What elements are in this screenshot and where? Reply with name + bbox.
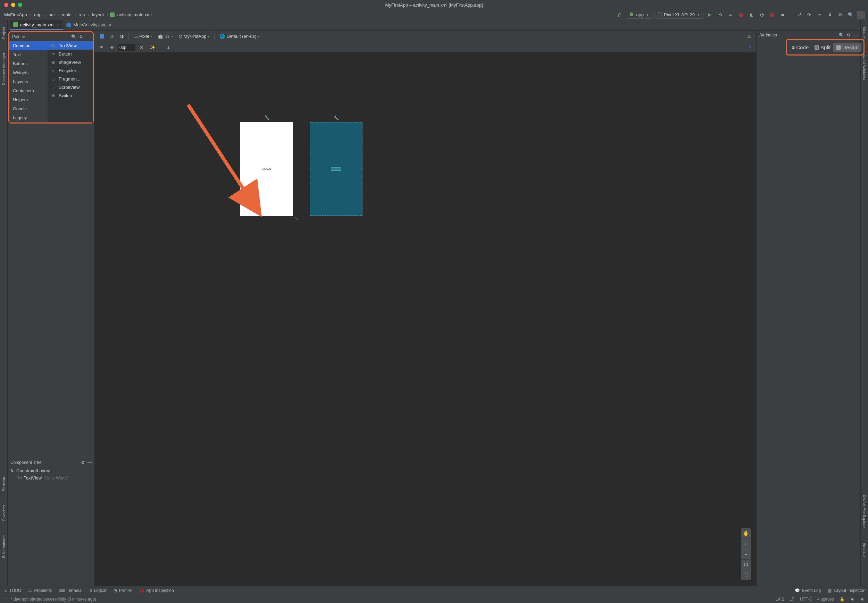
minimize-icon[interactable]: — — [86, 34, 90, 39]
preview-textview[interactable]: Hello World! — [262, 168, 271, 170]
run-config-select[interactable]: app ▼ — [626, 11, 653, 19]
zoom-in-button[interactable]: + — [741, 538, 751, 549]
layout-inspector-tab[interactable]: ▦ Layout Inspector — [828, 588, 865, 593]
crumb-src[interactable]: src — [47, 11, 56, 18]
indent[interactable]: 4 spaces — [817, 597, 834, 601]
palette-cat-common[interactable]: Common — [9, 41, 48, 50]
crumb-layout[interactable]: layout — [91, 11, 105, 18]
resource-manager-rail-tab[interactable]: Resource Manager — [2, 53, 6, 85]
account-icon[interactable] — [857, 11, 865, 19]
blueprint-preview[interactable]: 🔧 — [310, 122, 363, 216]
view-code-button[interactable]: ≡ Code — [789, 43, 811, 52]
zoom-fit-button[interactable]: ⛶ — [741, 570, 751, 580]
wrench-icon[interactable]: 🔧 — [264, 115, 270, 120]
palette-item-textview[interactable]: AbTextView — [48, 41, 93, 49]
warnings-icon[interactable]: ⚠ — [745, 32, 753, 40]
layout-validation-rail-tab[interactable]: Layout Validation — [862, 53, 866, 82]
git-button[interactable]: ⎇ — [794, 11, 803, 19]
event-log-tab[interactable]: 💬 Event Log — [795, 588, 821, 593]
search-everywhere-button[interactable]: 🔍 — [846, 11, 855, 19]
coverage-button[interactable]: ◐ — [747, 11, 755, 19]
crumb-project[interactable]: MyFirstApp — [3, 11, 28, 18]
clear-constraints-button[interactable]: ✕ — [138, 43, 146, 51]
autoconnect-button[interactable]: ⊗ — [108, 43, 116, 51]
problems-tab[interactable]: ⚠ Problems — [28, 588, 52, 593]
api-select[interactable]: 🤖 31 ▾ — [155, 32, 175, 40]
search-icon[interactable]: 🔍 — [839, 32, 844, 37]
logcat-tab[interactable]: ≡ Logcat — [90, 588, 107, 593]
attach-debugger-button[interactable]: 🐞 — [768, 11, 777, 19]
build-button[interactable] — [615, 11, 624, 19]
palette-item-button[interactable]: ▭Button — [48, 49, 93, 58]
profiler-tab[interactable]: ◔ Profiler — [113, 588, 132, 593]
device-select[interactable]: Pixel XL API 29 ▼ — [654, 11, 704, 19]
palette-item-imageview[interactable]: ▣ImageView — [48, 58, 93, 66]
terminal-tab[interactable]: ⌨ Terminal — [59, 588, 82, 593]
sdk-button[interactable]: ⬇ — [826, 11, 834, 19]
caret-position[interactable]: 14:2 — [776, 597, 784, 601]
project-rail-tab[interactable]: Project — [2, 27, 6, 39]
debug-button[interactable]: 🐞 — [737, 11, 745, 19]
tree-root[interactable]: ↳ ConstraintLayout — [8, 467, 95, 474]
emulator-rail-tab[interactable]: Emulator — [862, 543, 866, 558]
blueprint-textview[interactable] — [331, 167, 341, 171]
palette-cat-containers[interactable]: Containers — [9, 87, 48, 96]
orientation-button[interactable]: ⟳ — [108, 32, 116, 40]
help-icon[interactable]: ? — [747, 43, 753, 51]
theme-select[interactable]: ◎ MyFirstApp ▾ — [177, 32, 212, 40]
crumb-main[interactable]: main — [60, 11, 73, 18]
app-inspection-tab[interactable]: 🐞 App Inspection — [139, 588, 174, 593]
profile-button[interactable]: ◔ — [758, 11, 766, 19]
resize-handle-icon[interactable]: ⤡ — [294, 216, 299, 221]
palette-item-recyclerview[interactable]: ≡Recycler... — [48, 66, 93, 74]
favorites-rail-tab[interactable]: Favorites — [2, 505, 6, 521]
pan-button[interactable]: ✋ — [741, 528, 751, 538]
memory-indicator[interactable]: ☻ — [850, 597, 855, 601]
infer-constraints-button[interactable]: ✨ — [147, 43, 157, 51]
crumb-res[interactable]: res — [77, 11, 86, 18]
close-icon[interactable] — [4, 3, 8, 7]
device-preview-select[interactable]: ▭ Pixel ▾ — [132, 32, 154, 40]
view-split-button[interactable]: ▥ Split — [811, 43, 833, 52]
tab-activity-main[interactable]: activity_main.xml × — [10, 20, 63, 30]
surface-select[interactable] — [97, 32, 107, 40]
zoom-reset-button[interactable]: 1:1 — [741, 559, 751, 570]
status-icon[interactable]: ▭ — [3, 597, 7, 601]
avd-button[interactable]: ▭ — [815, 11, 823, 19]
apply-code-button[interactable]: ≡ — [726, 11, 735, 19]
design-canvas[interactable]: 🔧 Hello World! ⤡ 🔧 ✋ + − 1:1 — [95, 53, 756, 586]
gear-icon[interactable]: ⚙ — [79, 34, 83, 39]
maximize-icon[interactable] — [18, 3, 22, 7]
visibility-button[interactable]: 👁 — [97, 43, 106, 51]
close-icon[interactable]: × — [108, 22, 112, 28]
guidelines-button[interactable]: ⊥ — [164, 43, 172, 51]
palette-cat-legacy[interactable]: Legacy — [9, 113, 48, 122]
crumb-file[interactable]: activity_main.xml — [116, 11, 153, 18]
tab-main-activity[interactable]: MainActivity.java × — [63, 20, 115, 30]
palette-cat-helpers[interactable]: Helpers — [9, 96, 48, 104]
line-ending[interactable]: LF — [789, 597, 794, 601]
structure-rail-tab[interactable]: Structure — [2, 476, 6, 491]
design-preview[interactable]: 🔧 Hello World! ⤡ — [240, 122, 293, 216]
palette-item-scrollview[interactable]: ▭ScrollView — [48, 83, 93, 91]
device-file-explorer-rail-tab[interactable]: Device File Explorer — [862, 495, 866, 529]
palette-cat-text[interactable]: Text — [9, 50, 48, 59]
todo-tab[interactable]: ☑ TODO — [3, 588, 21, 593]
gradle-rail-tab[interactable]: Gradle — [862, 27, 866, 39]
default-margin-input[interactable] — [118, 45, 135, 51]
apply-changes-button[interactable]: ⟲ — [716, 11, 724, 19]
palette-item-switch[interactable]: ⊕Switch — [48, 91, 93, 100]
minimize-icon[interactable]: — — [853, 32, 857, 37]
wrench-icon[interactable]: 🔧 — [334, 116, 339, 121]
palette-cat-layouts[interactable]: Layouts — [9, 77, 48, 87]
crumb-module[interactable]: app — [33, 11, 43, 18]
palette-cat-widgets[interactable]: Widgets — [9, 68, 48, 77]
night-mode-button[interactable]: ◑ — [118, 32, 126, 40]
gear-icon[interactable]: ⚙ — [847, 32, 851, 37]
tree-child-textview[interactable]: Ab TextView "Hello World!" — [8, 474, 95, 482]
build-variants-rail-tab[interactable]: Build Variants — [2, 535, 6, 558]
close-icon[interactable]: × — [57, 22, 59, 28]
minimize-icon[interactable]: — — [87, 460, 91, 465]
encoding[interactable]: UTF-8 — [800, 597, 812, 601]
locale-select[interactable]: 🌐 Default (en-us) ▾ — [217, 32, 262, 40]
